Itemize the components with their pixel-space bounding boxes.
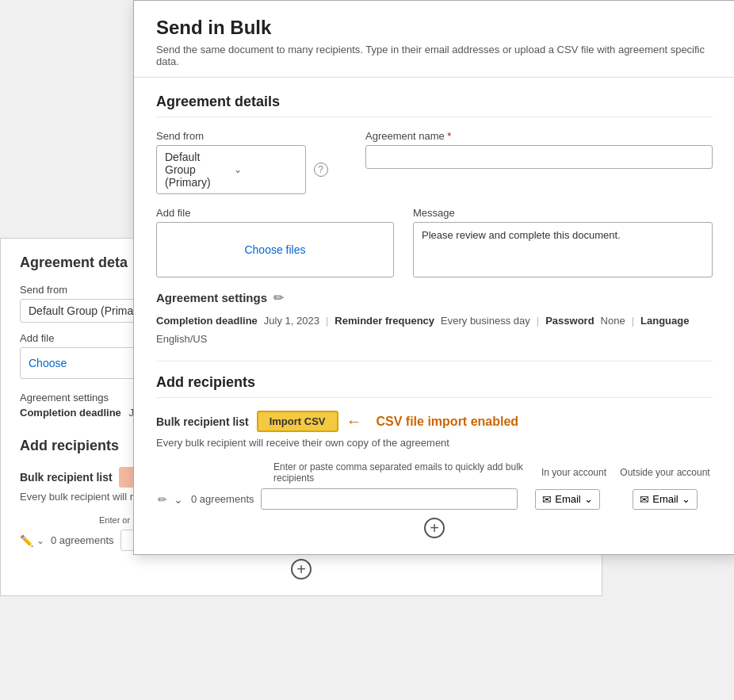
every-bulk-text: Every bulk recipient will receive their … (156, 437, 713, 449)
reminder-frequency-value: Every business day (441, 315, 530, 327)
agreement-details-heading: Agreement details (156, 94, 713, 117)
modal-body: Agreement details Send from Default Grou… (134, 78, 734, 554)
message-textarea[interactable]: Please review and complete this document… (413, 222, 713, 277)
chevron-out-icon: ⌄ (682, 493, 690, 505)
divider1: | (326, 315, 328, 327)
bg-agreements-count: 0 agreements (51, 534, 114, 546)
chevron-down-icon: ⌄ (234, 164, 296, 175)
send-from-control: Default Group (Primary) ⌄ ? (156, 145, 346, 194)
chevron-in-icon: ⌄ (584, 493, 593, 505)
bg-add-recipient-button[interactable]: + (291, 559, 312, 580)
arrow-right-icon: ← (346, 412, 362, 430)
send-from-label: Send from (156, 130, 346, 142)
required-marker: * (447, 130, 451, 142)
agreement-name-label-text: Agreement name (365, 130, 445, 142)
outside-account-header: Outside your account (617, 467, 713, 478)
settings-detail-row: Completion deadline July 1, 2023 | Remin… (156, 315, 713, 345)
password-label: Password (545, 315, 594, 327)
agreement-settings-label: Agreement settings (156, 291, 267, 304)
recipient-icons: ✏ ⌄ (156, 492, 185, 507)
choose-files-link[interactable]: Choose files (244, 243, 305, 256)
bg-add-btn-container: + (20, 559, 583, 580)
divider2: | (537, 315, 539, 327)
agreement-name-label: Agreement name * (365, 130, 713, 142)
envelope-icon-out: ✉ (640, 493, 649, 506)
send-from-group: Send from Default Group (Primary) ⌄ ? (156, 130, 346, 194)
add-recipients-heading: Add recipients (156, 374, 713, 398)
envelope-icon-in: ✉ (542, 493, 552, 506)
agreement-name-input[interactable] (365, 145, 713, 169)
add-recipients-section: Add recipients Bulk recipient list Impor… (156, 361, 713, 538)
add-file-group: Add file Choose files (156, 207, 394, 277)
collapse-recipient-button[interactable]: ⌄ (172, 492, 185, 507)
bg-recipient-icons: ✏️ ⌄ (20, 534, 44, 547)
password-value: None (601, 315, 625, 327)
modal-header: Send in Bulk Send the same document to m… (134, 1, 734, 78)
language-label: Language (640, 315, 689, 327)
modal-subtitle: Send the same document to many recipient… (156, 44, 713, 67)
add-file-message-row: Add file Choose files Message Please rev… (156, 207, 713, 277)
language-value: English/US (156, 333, 207, 345)
bg-bulk-label: Bulk recipient list (20, 471, 113, 484)
send-in-bulk-modal: Send in Bulk Send the same document to m… (133, 0, 734, 555)
col-headers: Enter or paste comma separated emails to… (156, 461, 713, 484)
add-btn-container: + (156, 518, 713, 538)
agreement-name-group: Agreement name * (365, 130, 713, 194)
modal-title: Send in Bulk (156, 17, 713, 39)
email-entry-input[interactable] (261, 488, 518, 510)
message-label: Message (413, 207, 713, 219)
outside-account-dropdown[interactable]: ✉ Email ⌄ (633, 489, 698, 510)
bulk-recipient-row: Bulk recipient list Import CSV ← CSV fil… (156, 411, 713, 432)
file-upload-area[interactable]: Choose files (156, 222, 394, 277)
agreements-count: 0 agreements (191, 493, 254, 505)
in-account-header: In your account (530, 467, 617, 478)
bulk-recipient-label: Bulk recipient list (156, 415, 249, 428)
completion-deadline-label: Completion deadline (156, 315, 258, 327)
csv-enabled-label: CSV file import enabled (377, 415, 519, 429)
send-from-value: Default Group (Primary) (165, 151, 227, 189)
add-file-label: Add file (156, 207, 394, 219)
bg-edit-icon: ✏️ (20, 534, 33, 547)
import-csv-button[interactable]: Import CSV (257, 411, 338, 432)
agreement-settings-row: Agreement settings ✏ (156, 290, 713, 305)
message-group: Message Please review and complete this … (413, 207, 713, 277)
edit-pencil-icon[interactable]: ✏ (273, 290, 284, 305)
help-icon[interactable]: ? (314, 163, 328, 177)
edit-recipient-button[interactable]: ✏ (156, 492, 169, 507)
reminder-frequency-label: Reminder frequency (335, 315, 434, 327)
bg-chevron-icon: ⌄ (36, 535, 44, 546)
completion-deadline-value: July 1, 2023 (264, 315, 319, 327)
send-from-select[interactable]: Default Group (Primary) ⌄ (156, 145, 306, 194)
outside-account-email-label: Email (652, 493, 679, 505)
email-col-header: Enter or paste comma separated emails to… (273, 461, 530, 484)
add-recipient-button[interactable]: + (424, 518, 445, 538)
send-from-agreement-row: Send from Default Group (Primary) ⌄ ? Ag… (156, 130, 713, 194)
in-account-dropdown[interactable]: ✉ Email ⌄ (535, 489, 600, 510)
outside-account-col: ✉ Email ⌄ (617, 489, 713, 510)
in-account-col: ✉ Email ⌄ (524, 489, 611, 510)
in-account-email-label: Email (555, 493, 581, 505)
recipients-entry-row: ✏ ⌄ 0 agreements ✉ Email ⌄ ✉ Email (156, 488, 713, 510)
divider3: | (632, 315, 634, 327)
bg-choose-text: Choose (29, 357, 67, 369)
